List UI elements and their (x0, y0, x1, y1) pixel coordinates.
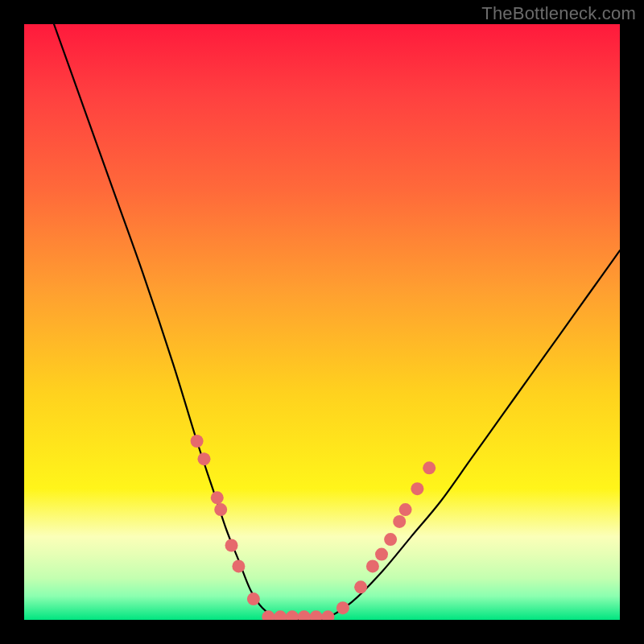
threshold-marker (247, 592, 260, 605)
threshold-marker (310, 610, 323, 620)
threshold-marker (384, 533, 397, 546)
threshold-marker (232, 559, 245, 572)
threshold-marker (286, 610, 299, 620)
threshold-marker (225, 539, 238, 552)
watermark-text: TheBottleneck.com (481, 3, 636, 24)
threshold-marker (393, 515, 406, 528)
threshold-marker (298, 610, 311, 620)
threshold-marker (366, 559, 379, 572)
threshold-marker (197, 452, 210, 465)
chart-svg (24, 24, 620, 620)
threshold-marker (375, 548, 388, 561)
threshold-marker (336, 601, 349, 614)
chart-frame: TheBottleneck.com (0, 0, 644, 644)
threshold-marker (321, 610, 334, 620)
threshold-marker (399, 503, 412, 516)
bottleneck-curve (54, 24, 620, 620)
threshold-marker (423, 461, 436, 474)
plot-area (24, 24, 620, 620)
threshold-marker (214, 503, 227, 516)
threshold-marker (191, 435, 204, 448)
threshold-marker (411, 482, 423, 495)
threshold-marker (211, 491, 224, 504)
threshold-marker (354, 580, 367, 593)
threshold-marker (262, 610, 275, 620)
threshold-markers-group (191, 435, 436, 620)
threshold-marker (274, 610, 287, 620)
